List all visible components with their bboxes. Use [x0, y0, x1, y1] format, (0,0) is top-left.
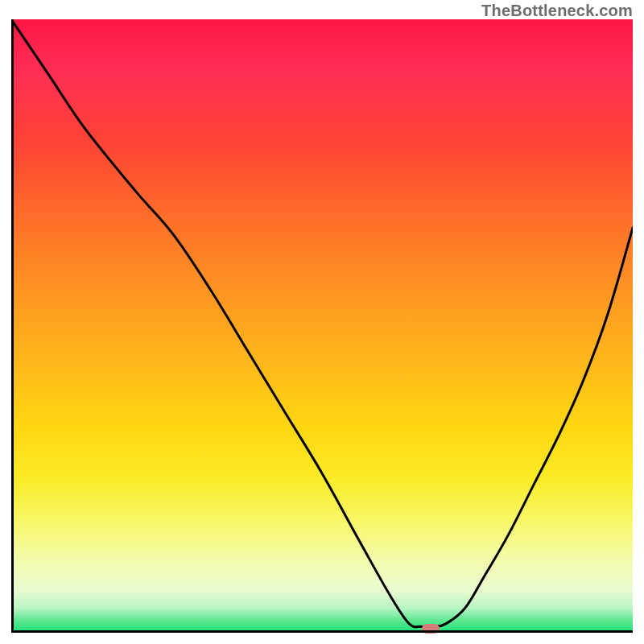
bottleneck-chart: TheBottleneck.com — [0, 0, 644, 644]
bottleneck-curve — [11, 19, 633, 633]
curve-path — [11, 19, 633, 627]
watermark-text: TheBottleneck.com — [481, 2, 633, 20]
x-axis — [11, 630, 633, 633]
plot-area — [11, 19, 633, 633]
y-axis — [11, 19, 14, 633]
